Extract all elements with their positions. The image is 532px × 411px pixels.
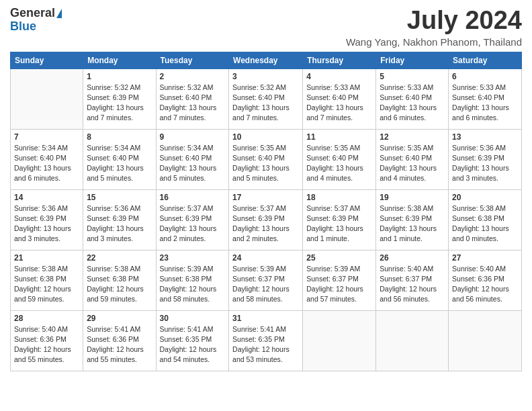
day-number: 1 bbox=[87, 72, 152, 81]
weekday-header-row: SundayMondayTuesdayWednesdayThursdayFrid… bbox=[11, 52, 522, 68]
day-detail: Sunrise: 5:35 AMSunset: 6:40 PMDaylight:… bbox=[232, 143, 299, 184]
calendar-cell: 25Sunrise: 5:39 AMSunset: 6:37 PMDayligh… bbox=[303, 250, 376, 310]
day-number: 25 bbox=[306, 253, 372, 263]
calendar-cell: 27Sunrise: 5:40 AMSunset: 6:36 PMDayligh… bbox=[449, 250, 522, 310]
week-row-1: 1Sunrise: 5:32 AMSunset: 6:39 PMDaylight… bbox=[11, 68, 522, 129]
day-detail: Sunrise: 5:37 AMSunset: 6:39 PMDaylight:… bbox=[306, 203, 372, 244]
day-detail: Sunrise: 5:39 AMSunset: 6:37 PMDaylight:… bbox=[232, 264, 299, 305]
calendar-cell: 24Sunrise: 5:39 AMSunset: 6:37 PMDayligh… bbox=[229, 250, 303, 310]
week-row-5: 28Sunrise: 5:40 AMSunset: 6:36 PMDayligh… bbox=[11, 310, 522, 371]
calendar-cell: 13Sunrise: 5:36 AMSunset: 6:39 PMDayligh… bbox=[449, 129, 522, 189]
day-number: 5 bbox=[380, 72, 445, 81]
day-detail: Sunrise: 5:33 AMSunset: 6:40 PMDaylight:… bbox=[306, 83, 372, 124]
day-detail: Sunrise: 5:32 AMSunset: 6:40 PMDaylight:… bbox=[232, 83, 299, 124]
calendar-cell: 4Sunrise: 5:33 AMSunset: 6:40 PMDaylight… bbox=[303, 68, 376, 129]
day-number: 13 bbox=[452, 132, 518, 142]
day-detail: Sunrise: 5:38 AMSunset: 6:38 PMDaylight:… bbox=[87, 264, 152, 305]
calendar-cell: 2Sunrise: 5:32 AMSunset: 6:40 PMDaylight… bbox=[156, 68, 229, 129]
day-number: 16 bbox=[160, 193, 226, 202]
day-number: 26 bbox=[380, 253, 445, 263]
title-block: July 2024 Wang Yang, Nakhon Phanom, Thai… bbox=[346, 7, 522, 48]
weekday-header-monday: Monday bbox=[83, 52, 156, 68]
day-number: 21 bbox=[14, 253, 79, 263]
day-detail: Sunrise: 5:32 AMSunset: 6:40 PMDaylight:… bbox=[160, 83, 226, 124]
day-detail: Sunrise: 5:37 AMSunset: 6:39 PMDaylight:… bbox=[232, 203, 299, 244]
day-detail: Sunrise: 5:32 AMSunset: 6:39 PMDaylight:… bbox=[87, 83, 152, 124]
calendar-cell: 6Sunrise: 5:33 AMSunset: 6:40 PMDaylight… bbox=[449, 68, 522, 129]
calendar-cell: 18Sunrise: 5:37 AMSunset: 6:39 PMDayligh… bbox=[303, 189, 376, 250]
calendar-cell: 14Sunrise: 5:36 AMSunset: 6:39 PMDayligh… bbox=[11, 189, 83, 250]
calendar-cell: 26Sunrise: 5:40 AMSunset: 6:37 PMDayligh… bbox=[376, 250, 449, 310]
weekday-header-wednesday: Wednesday bbox=[229, 52, 303, 68]
day-number: 29 bbox=[87, 314, 152, 323]
day-number: 30 bbox=[160, 314, 226, 323]
location-title: Wang Yang, Nakhon Phanom, Thailand bbox=[346, 36, 522, 48]
calendar-cell: 29Sunrise: 5:41 AMSunset: 6:36 PMDayligh… bbox=[83, 310, 156, 371]
day-detail: Sunrise: 5:41 AMSunset: 6:35 PMDaylight:… bbox=[232, 324, 299, 365]
day-number: 28 bbox=[14, 314, 79, 323]
day-detail: Sunrise: 5:38 AMSunset: 6:38 PMDaylight:… bbox=[452, 203, 518, 244]
day-number: 22 bbox=[87, 253, 152, 263]
calendar-cell: 12Sunrise: 5:35 AMSunset: 6:40 PMDayligh… bbox=[376, 129, 449, 189]
day-detail: Sunrise: 5:40 AMSunset: 6:36 PMDaylight:… bbox=[452, 264, 518, 305]
logo: General Blue bbox=[10, 7, 62, 34]
calendar-cell: 8Sunrise: 5:34 AMSunset: 6:40 PMDaylight… bbox=[83, 129, 156, 189]
weekday-header-sunday: Sunday bbox=[11, 52, 83, 68]
calendar-cell: 15Sunrise: 5:36 AMSunset: 6:39 PMDayligh… bbox=[83, 189, 156, 250]
day-number: 18 bbox=[306, 193, 372, 202]
weekday-header-thursday: Thursday bbox=[303, 52, 376, 68]
day-number: 11 bbox=[306, 132, 372, 142]
day-number: 14 bbox=[14, 193, 79, 202]
day-detail: Sunrise: 5:39 AMSunset: 6:38 PMDaylight:… bbox=[160, 264, 226, 305]
day-detail: Sunrise: 5:39 AMSunset: 6:37 PMDaylight:… bbox=[306, 264, 372, 305]
week-row-2: 7Sunrise: 5:34 AMSunset: 6:40 PMDaylight… bbox=[11, 129, 522, 189]
calendar-cell: 5Sunrise: 5:33 AMSunset: 6:40 PMDaylight… bbox=[376, 68, 449, 129]
calendar-cell: 10Sunrise: 5:35 AMSunset: 6:40 PMDayligh… bbox=[229, 129, 303, 189]
day-number: 6 bbox=[452, 72, 518, 81]
calendar-cell: 22Sunrise: 5:38 AMSunset: 6:38 PMDayligh… bbox=[83, 250, 156, 310]
calendar-cell: 19Sunrise: 5:38 AMSunset: 6:39 PMDayligh… bbox=[376, 189, 449, 250]
day-number: 27 bbox=[452, 253, 518, 263]
calendar-cell bbox=[303, 310, 376, 371]
day-detail: Sunrise: 5:40 AMSunset: 6:37 PMDaylight:… bbox=[380, 264, 445, 305]
calendar-cell: 20Sunrise: 5:38 AMSunset: 6:38 PMDayligh… bbox=[449, 189, 522, 250]
calendar-cell bbox=[376, 310, 449, 371]
calendar-cell: 21Sunrise: 5:38 AMSunset: 6:38 PMDayligh… bbox=[11, 250, 83, 310]
calendar-cell: 7Sunrise: 5:34 AMSunset: 6:40 PMDaylight… bbox=[11, 129, 83, 189]
day-number: 3 bbox=[232, 72, 299, 81]
day-detail: Sunrise: 5:36 AMSunset: 6:39 PMDaylight:… bbox=[14, 203, 79, 244]
day-number: 19 bbox=[380, 193, 445, 202]
day-detail: Sunrise: 5:34 AMSunset: 6:40 PMDaylight:… bbox=[87, 143, 152, 184]
calendar-cell: 16Sunrise: 5:37 AMSunset: 6:39 PMDayligh… bbox=[156, 189, 229, 250]
day-detail: Sunrise: 5:40 AMSunset: 6:36 PMDaylight:… bbox=[14, 324, 79, 365]
logo-general-text: General bbox=[10, 7, 55, 20]
calendar-cell: 30Sunrise: 5:41 AMSunset: 6:35 PMDayligh… bbox=[156, 310, 229, 371]
day-detail: Sunrise: 5:38 AMSunset: 6:38 PMDaylight:… bbox=[14, 264, 79, 305]
day-number: 12 bbox=[380, 132, 445, 142]
day-number: 31 bbox=[232, 314, 299, 323]
day-number: 23 bbox=[160, 253, 226, 263]
day-detail: Sunrise: 5:41 AMSunset: 6:36 PMDaylight:… bbox=[87, 324, 152, 365]
day-number: 17 bbox=[232, 193, 299, 202]
day-number: 7 bbox=[14, 132, 79, 142]
day-detail: Sunrise: 5:35 AMSunset: 6:40 PMDaylight:… bbox=[306, 143, 372, 184]
week-row-4: 21Sunrise: 5:38 AMSunset: 6:38 PMDayligh… bbox=[11, 250, 522, 310]
calendar-cell: 17Sunrise: 5:37 AMSunset: 6:39 PMDayligh… bbox=[229, 189, 303, 250]
day-detail: Sunrise: 5:34 AMSunset: 6:40 PMDaylight:… bbox=[14, 143, 79, 184]
day-detail: Sunrise: 5:38 AMSunset: 6:39 PMDaylight:… bbox=[380, 203, 445, 244]
day-detail: Sunrise: 5:33 AMSunset: 6:40 PMDaylight:… bbox=[380, 83, 445, 124]
calendar-cell: 28Sunrise: 5:40 AMSunset: 6:36 PMDayligh… bbox=[11, 310, 83, 371]
logo-blue-text: Blue bbox=[10, 20, 36, 34]
logo-icon bbox=[56, 9, 62, 18]
page-header: General Blue July 2024 Wang Yang, Nakhon… bbox=[10, 7, 522, 48]
calendar-cell bbox=[449, 310, 522, 371]
day-number: 2 bbox=[160, 72, 226, 81]
day-number: 20 bbox=[452, 193, 518, 202]
day-detail: Sunrise: 5:36 AMSunset: 6:39 PMDaylight:… bbox=[87, 203, 152, 244]
month-year-title: July 2024 bbox=[346, 7, 522, 35]
day-detail: Sunrise: 5:33 AMSunset: 6:40 PMDaylight:… bbox=[452, 83, 518, 124]
day-number: 24 bbox=[232, 253, 299, 263]
calendar-cell: 3Sunrise: 5:32 AMSunset: 6:40 PMDaylight… bbox=[229, 68, 303, 129]
day-detail: Sunrise: 5:41 AMSunset: 6:35 PMDaylight:… bbox=[160, 324, 226, 365]
calendar-cell bbox=[11, 68, 83, 129]
